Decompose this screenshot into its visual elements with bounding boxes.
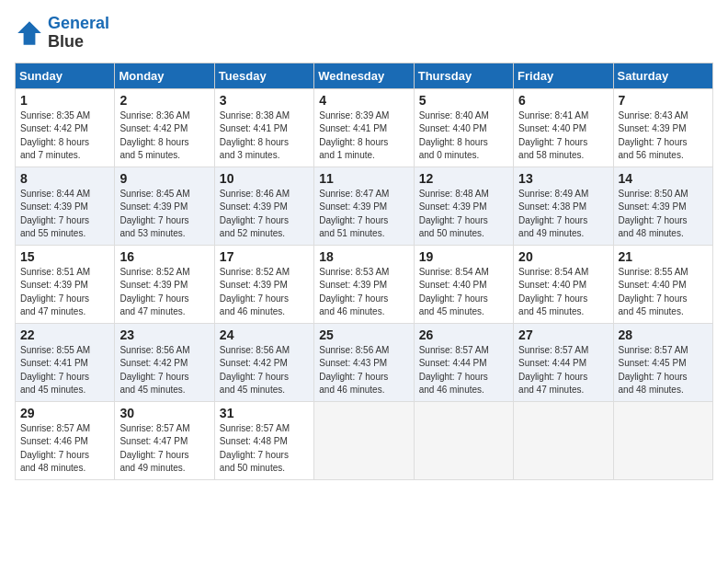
calendar-cell: 21Sunrise: 8:55 AMSunset: 4:40 PMDayligh… bbox=[613, 245, 712, 323]
day-detail: Sunrise: 8:56 AMSunset: 4:42 PMDaylight:… bbox=[119, 344, 209, 397]
col-header-monday: Monday bbox=[115, 63, 214, 88]
calendar-cell: 3Sunrise: 8:38 AMSunset: 4:41 PMDaylight… bbox=[214, 88, 313, 167]
day-detail: Sunrise: 8:49 AMSunset: 4:38 PMDaylight:… bbox=[518, 188, 608, 241]
day-number: 17 bbox=[220, 249, 309, 264]
day-detail: Sunrise: 8:57 AMSunset: 4:44 PMDaylight:… bbox=[518, 344, 608, 397]
calendar-cell: 9Sunrise: 8:45 AMSunset: 4:39 PMDaylight… bbox=[115, 167, 214, 245]
calendar-cell: 18Sunrise: 8:53 AMSunset: 4:39 PMDayligh… bbox=[314, 245, 414, 323]
calendar-cell: 5Sunrise: 8:40 AMSunset: 4:40 PMDaylight… bbox=[414, 88, 513, 167]
calendar-header-row: SundayMondayTuesdayWednesdayThursdayFrid… bbox=[16, 63, 713, 88]
logo-icon bbox=[15, 18, 44, 48]
calendar-cell: 8Sunrise: 8:44 AMSunset: 4:39 PMDaylight… bbox=[16, 167, 115, 245]
day-detail: Sunrise: 8:52 AMSunset: 4:39 PMDaylight:… bbox=[220, 266, 309, 319]
day-detail: Sunrise: 8:57 AMSunset: 4:48 PMDaylight:… bbox=[220, 422, 309, 476]
day-number: 14 bbox=[619, 171, 708, 186]
calendar-cell: 13Sunrise: 8:49 AMSunset: 4:38 PMDayligh… bbox=[514, 167, 613, 245]
logo-text: GeneralBlue bbox=[48, 15, 109, 52]
calendar-cell: 23Sunrise: 8:56 AMSunset: 4:42 PMDayligh… bbox=[115, 323, 214, 401]
day-number: 10 bbox=[220, 171, 309, 186]
calendar-cell: 28Sunrise: 8:57 AMSunset: 4:45 PMDayligh… bbox=[613, 323, 712, 401]
calendar-cell: 4Sunrise: 8:39 AMSunset: 4:41 PMDaylight… bbox=[314, 88, 414, 167]
day-number: 29 bbox=[20, 406, 109, 420]
calendar-cell: 20Sunrise: 8:54 AMSunset: 4:40 PMDayligh… bbox=[514, 245, 613, 323]
day-number: 3 bbox=[220, 93, 309, 108]
day-number: 25 bbox=[319, 327, 408, 342]
col-header-thursday: Thursday bbox=[414, 63, 513, 88]
calendar-week-4: 22Sunrise: 8:55 AMSunset: 4:41 PMDayligh… bbox=[16, 323, 713, 401]
day-detail: Sunrise: 8:57 AMSunset: 4:46 PMDaylight:… bbox=[20, 422, 109, 476]
calendar-week-1: 1Sunrise: 8:35 AMSunset: 4:42 PMDaylight… bbox=[16, 88, 713, 167]
day-number: 31 bbox=[220, 406, 309, 420]
logo: GeneralBlue bbox=[15, 15, 109, 52]
day-number: 24 bbox=[220, 327, 309, 342]
calendar-cell bbox=[514, 401, 613, 479]
day-number: 7 bbox=[619, 93, 708, 108]
day-detail: Sunrise: 8:56 AMSunset: 4:43 PMDaylight:… bbox=[319, 344, 408, 397]
day-number: 4 bbox=[319, 93, 408, 108]
day-number: 12 bbox=[419, 171, 508, 186]
day-detail: Sunrise: 8:57 AMSunset: 4:45 PMDaylight:… bbox=[619, 344, 708, 397]
day-number: 28 bbox=[619, 327, 708, 342]
day-detail: Sunrise: 8:54 AMSunset: 4:40 PMDaylight:… bbox=[419, 266, 508, 319]
day-detail: Sunrise: 8:51 AMSunset: 4:39 PMDaylight:… bbox=[20, 266, 109, 319]
day-detail: Sunrise: 8:41 AMSunset: 4:40 PMDaylight:… bbox=[518, 109, 608, 163]
day-number: 6 bbox=[518, 93, 608, 108]
day-detail: Sunrise: 8:36 AMSunset: 4:42 PMDaylight:… bbox=[119, 109, 209, 163]
calendar-cell: 24Sunrise: 8:56 AMSunset: 4:42 PMDayligh… bbox=[214, 323, 313, 401]
day-detail: Sunrise: 8:48 AMSunset: 4:39 PMDaylight:… bbox=[419, 188, 508, 241]
col-header-friday: Friday bbox=[514, 63, 613, 88]
day-detail: Sunrise: 8:44 AMSunset: 4:39 PMDaylight:… bbox=[20, 188, 109, 241]
day-detail: Sunrise: 8:57 AMSunset: 4:44 PMDaylight:… bbox=[419, 344, 508, 397]
day-number: 15 bbox=[20, 249, 109, 264]
day-number: 11 bbox=[319, 171, 408, 186]
day-detail: Sunrise: 8:40 AMSunset: 4:40 PMDaylight:… bbox=[419, 109, 508, 163]
day-number: 5 bbox=[419, 93, 508, 108]
calendar-week-2: 8Sunrise: 8:44 AMSunset: 4:39 PMDaylight… bbox=[16, 167, 713, 245]
day-detail: Sunrise: 8:38 AMSunset: 4:41 PMDaylight:… bbox=[220, 109, 309, 163]
calendar-cell: 15Sunrise: 8:51 AMSunset: 4:39 PMDayligh… bbox=[16, 245, 115, 323]
day-detail: Sunrise: 8:35 AMSunset: 4:42 PMDaylight:… bbox=[20, 109, 109, 163]
day-detail: Sunrise: 8:45 AMSunset: 4:39 PMDaylight:… bbox=[119, 188, 209, 241]
day-number: 16 bbox=[119, 249, 209, 264]
day-number: 8 bbox=[20, 171, 109, 186]
calendar-cell: 16Sunrise: 8:52 AMSunset: 4:39 PMDayligh… bbox=[115, 245, 214, 323]
calendar-cell: 31Sunrise: 8:57 AMSunset: 4:48 PMDayligh… bbox=[214, 401, 313, 479]
calendar-cell: 2Sunrise: 8:36 AMSunset: 4:42 PMDaylight… bbox=[115, 88, 214, 167]
calendar-week-3: 15Sunrise: 8:51 AMSunset: 4:39 PMDayligh… bbox=[16, 245, 713, 323]
calendar-cell: 7Sunrise: 8:43 AMSunset: 4:39 PMDaylight… bbox=[613, 88, 712, 167]
calendar-cell: 26Sunrise: 8:57 AMSunset: 4:44 PMDayligh… bbox=[414, 323, 513, 401]
calendar-cell: 14Sunrise: 8:50 AMSunset: 4:39 PMDayligh… bbox=[613, 167, 712, 245]
calendar-table: SundayMondayTuesdayWednesdayThursdayFrid… bbox=[15, 63, 713, 480]
calendar-body: 1Sunrise: 8:35 AMSunset: 4:42 PMDaylight… bbox=[16, 88, 713, 479]
col-header-sunday: Sunday bbox=[16, 63, 115, 88]
day-detail: Sunrise: 8:43 AMSunset: 4:39 PMDaylight:… bbox=[619, 109, 708, 163]
col-header-saturday: Saturday bbox=[613, 63, 712, 88]
day-detail: Sunrise: 8:57 AMSunset: 4:47 PMDaylight:… bbox=[119, 422, 209, 476]
calendar-cell: 11Sunrise: 8:47 AMSunset: 4:39 PMDayligh… bbox=[314, 167, 414, 245]
calendar-cell: 17Sunrise: 8:52 AMSunset: 4:39 PMDayligh… bbox=[214, 245, 313, 323]
day-number: 22 bbox=[20, 327, 109, 342]
day-detail: Sunrise: 8:54 AMSunset: 4:40 PMDaylight:… bbox=[518, 266, 608, 319]
day-detail: Sunrise: 8:46 AMSunset: 4:39 PMDaylight:… bbox=[220, 188, 309, 241]
day-detail: Sunrise: 8:47 AMSunset: 4:39 PMDaylight:… bbox=[319, 188, 408, 241]
day-number: 2 bbox=[119, 93, 209, 108]
col-header-tuesday: Tuesday bbox=[214, 63, 313, 88]
day-detail: Sunrise: 8:56 AMSunset: 4:42 PMDaylight:… bbox=[220, 344, 309, 397]
calendar-cell: 6Sunrise: 8:41 AMSunset: 4:40 PMDaylight… bbox=[514, 88, 613, 167]
day-number: 23 bbox=[119, 327, 209, 342]
day-number: 13 bbox=[518, 171, 608, 186]
day-number: 21 bbox=[619, 249, 708, 264]
day-detail: Sunrise: 8:39 AMSunset: 4:41 PMDaylight:… bbox=[319, 109, 408, 163]
day-detail: Sunrise: 8:55 AMSunset: 4:41 PMDaylight:… bbox=[20, 344, 109, 397]
calendar-cell: 1Sunrise: 8:35 AMSunset: 4:42 PMDaylight… bbox=[16, 88, 115, 167]
day-number: 1 bbox=[20, 93, 109, 108]
calendar-cell: 10Sunrise: 8:46 AMSunset: 4:39 PMDayligh… bbox=[214, 167, 313, 245]
day-number: 20 bbox=[518, 249, 608, 264]
day-number: 18 bbox=[319, 249, 408, 264]
calendar-cell: 19Sunrise: 8:54 AMSunset: 4:40 PMDayligh… bbox=[414, 245, 513, 323]
calendar-cell: 29Sunrise: 8:57 AMSunset: 4:46 PMDayligh… bbox=[16, 401, 115, 479]
svg-marker-0 bbox=[17, 21, 41, 45]
day-number: 26 bbox=[419, 327, 508, 342]
day-number: 27 bbox=[518, 327, 608, 342]
calendar-cell: 25Sunrise: 8:56 AMSunset: 4:43 PMDayligh… bbox=[314, 323, 414, 401]
